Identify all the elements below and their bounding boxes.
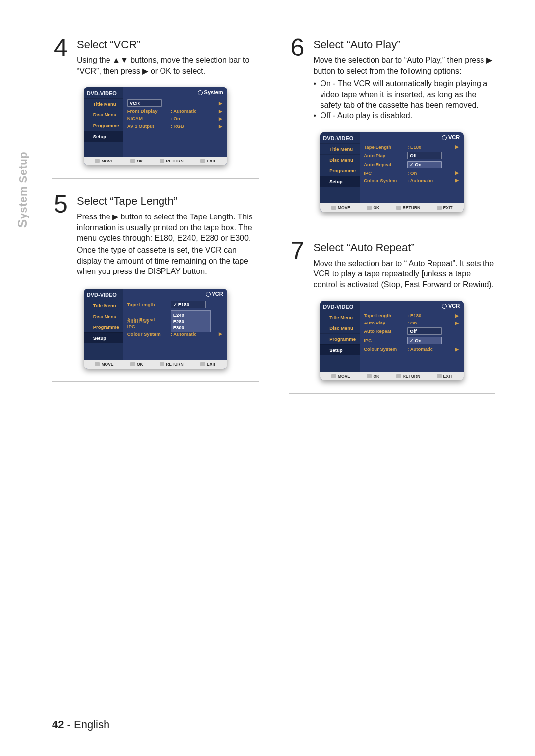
osd-row-ipc[interactable]: IPC: On▶ (363, 169, 461, 177)
osd-foot-return: RETURN (160, 362, 183, 367)
right-arrow-icon: ▶ (219, 331, 223, 336)
right-arrow-icon: ▶ (455, 170, 460, 175)
osd-foot-exit: EXIT (200, 159, 216, 163)
step-title: Select “Tape Length” (77, 195, 259, 208)
right-arrow-icon: ▶ (455, 313, 460, 318)
osd-row-colour-system[interactable]: Colour System: Automatic▶ (126, 330, 224, 338)
page-language: English (74, 718, 109, 731)
section-tab-text: ystem Setup (17, 152, 29, 219)
osd-side-setup[interactable]: Setup (84, 332, 123, 343)
tape-length-dropdown[interactable]: E240 E280 E300 (171, 310, 211, 332)
osd-side-title-menu[interactable]: Title Menu (320, 312, 360, 323)
step-number: 6 (289, 37, 307, 121)
page-number: 42 (52, 718, 64, 731)
osd-row-tape-length[interactable]: Tape Length: E180▶ (363, 143, 461, 151)
osd-side-programme[interactable]: Programme (84, 120, 123, 131)
auto-play-box-on: On (407, 161, 442, 168)
right-arrow-icon: ▶ (219, 101, 223, 106)
auto-repeat-box-off: Off (407, 327, 442, 335)
osd-side-programme[interactable]: Programme (320, 333, 360, 344)
osd-side-title-menu[interactable]: Title Menu (84, 300, 123, 311)
step-description: Press the ▶ button to select the Tape Le… (77, 212, 259, 277)
osd-footer: MOVE OK RETURN EXIT (84, 157, 227, 165)
step-desc-p1: Press the ▶ button to select the Tape Le… (77, 212, 259, 244)
osd-main-panel: System VCR▶ Front Display: Automatic▶ NI… (123, 87, 227, 157)
step-title: Select “VCR” (77, 38, 259, 51)
osd-foot-ok: OK (130, 159, 143, 163)
step-number: 4 (52, 37, 70, 76)
osd-header: DVD-VIDEO (320, 132, 360, 143)
osd-row-auto-play-on[interactable]: Auto RepeatOn (363, 160, 461, 169)
osd-screenshot-step4: DVD-VIDEO Title Menu Disc Menu Programme… (84, 87, 227, 165)
osd-side-setup[interactable]: Setup (320, 344, 360, 355)
page-footer: 42 - English (52, 718, 109, 731)
osd-row-colour-system[interactable]: Colour System: Automatic▶ (363, 177, 461, 184)
dropdown-option[interactable]: E300 (173, 324, 208, 331)
osd-row-auto-repeat-off[interactable]: Auto RepeatOff (363, 326, 461, 336)
dropdown-option[interactable]: E280 (173, 318, 208, 324)
bullet-off: Off - Auto play is disabled. (321, 110, 496, 121)
osd-side-disc-menu[interactable]: Disc Menu (320, 154, 360, 165)
osd-side-disc-menu[interactable]: Disc Menu (320, 323, 360, 333)
osd-foot-exit: EXIT (200, 362, 216, 367)
osd-side-disc-menu[interactable]: Disc Menu (84, 109, 123, 120)
step-title: Select “Auto Play” (314, 38, 496, 51)
right-column: 6 Select “Auto Play” Move the selection … (289, 37, 496, 409)
step-description: Move the selection bar to “Auto Play,” t… (314, 55, 496, 76)
osd-row-vcr[interactable]: VCR▶ (126, 98, 224, 108)
step-description: Using the ▲▼ buttons, move the selection… (77, 55, 259, 76)
right-arrow-icon: ▶ (455, 144, 460, 149)
osd-foot-ok: OK (130, 362, 143, 367)
right-arrow-icon: ▶ (219, 116, 223, 121)
osd-sidebar: DVD-VIDEO Title Menu Disc Menu Programme… (320, 301, 360, 372)
dropdown-option[interactable]: E240 (173, 312, 208, 318)
step-desc-p2: Once the type of cassette is set, the VC… (77, 245, 259, 277)
osd-foot-return: RETURN (160, 159, 183, 163)
osd-side-title-menu[interactable]: Title Menu (84, 98, 123, 109)
osd-foot-exit: EXIT (437, 374, 453, 378)
osd-row-tape-length[interactable]: Tape Length: E180▶ (363, 312, 461, 319)
osd-foot-ok: OK (367, 374, 379, 378)
right-arrow-icon: ▶ (455, 321, 460, 325)
right-arrow-icon: ▶ (455, 178, 460, 183)
osd-row-front-display[interactable]: Front Display: Automatic▶ (126, 108, 224, 115)
osd-side-disc-menu[interactable]: Disc Menu (84, 311, 123, 322)
osd-row-tape-length[interactable]: Tape LengthE180 (126, 300, 224, 309)
step-number: 5 (52, 194, 70, 278)
osd-context-tag: VCR (206, 291, 223, 297)
osd-foot-return: RETURN (396, 374, 420, 378)
osd-sidebar: DVD-VIDEO Title Menu Disc Menu Programme… (320, 132, 360, 203)
osd-screenshot-step7: DVD-VIDEO Title Menu Disc Menu Programme… (320, 301, 464, 380)
osd-side-title-menu[interactable]: Title Menu (320, 143, 360, 154)
osd-header: DVD-VIDEO (84, 87, 123, 98)
osd-header: DVD-VIDEO (320, 301, 360, 312)
osd-footer: MOVE OK RETURN EXIT (320, 372, 464, 380)
osd-foot-return: RETURN (396, 205, 420, 210)
osd-side-setup[interactable]: Setup (320, 176, 360, 187)
osd-row-colour-system[interactable]: Colour System: Automatic▶ (363, 345, 461, 353)
osd-row-auto-play[interactable]: Auto PlayOff (363, 151, 461, 160)
osd-row-nicam[interactable]: NICAM: On▶ (126, 115, 224, 122)
osd-context-tag: System (198, 89, 223, 95)
osd-side-programme[interactable]: Programme (320, 165, 360, 176)
two-column-layout: 4 Select “VCR” Using the ▲▼ buttons, mov… (52, 37, 495, 409)
osd-side-programme[interactable]: Programme (84, 322, 123, 332)
step-5: 5 Select “Tape Length” Press the ▶ butto… (52, 194, 259, 382)
osd-row-av1[interactable]: AV 1 Output: RGB▶ (126, 122, 224, 130)
osd-side-setup[interactable]: Setup (84, 131, 123, 142)
right-arrow-icon: ▶ (455, 347, 460, 352)
osd-footer: MOVE OK RETURN EXIT (320, 203, 464, 212)
left-column: 4 Select “VCR” Using the ▲▼ buttons, mov… (52, 37, 259, 409)
bullet-list: •On - The VCR will automatically begin p… (314, 78, 496, 121)
step-7: 7 Select “Auto Repeat” Move the selectio… (289, 240, 496, 394)
step-title: Select “Auto Repeat” (314, 241, 496, 254)
right-arrow-icon: ▶ (219, 109, 223, 114)
osd-foot-move: MOVE (95, 362, 113, 367)
osd-main-panel: VCR Tape Length: E180▶ Auto PlayOff Auto… (360, 132, 464, 203)
osd-row-auto-play[interactable]: Auto Play: On▶ (363, 319, 461, 326)
section-tab: System Setup (15, 152, 30, 228)
osd-context-tag: VCR (442, 134, 460, 140)
right-arrow-icon: ▶ (219, 124, 223, 129)
osd-row-ipc[interactable]: IPCOn (363, 336, 461, 345)
osd-foot-move: MOVE (95, 159, 113, 163)
